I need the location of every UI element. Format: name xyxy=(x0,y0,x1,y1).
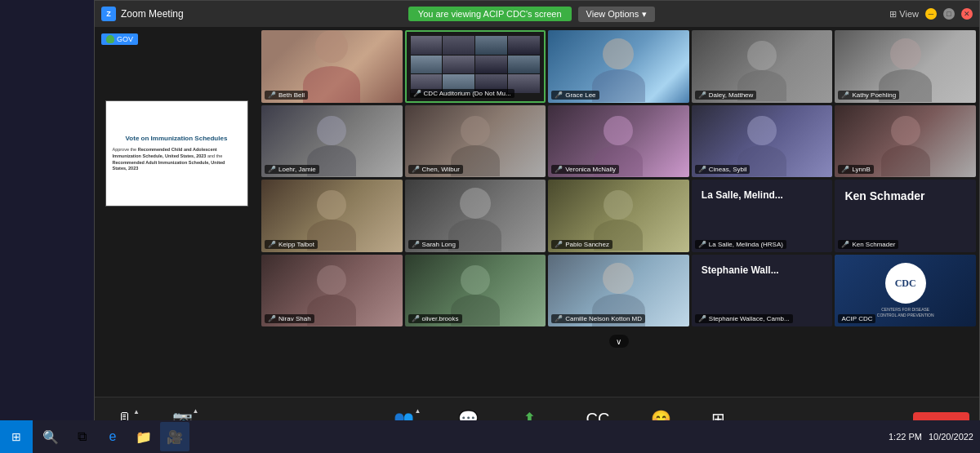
participant-cell-lynnb: 🎤 LynnB xyxy=(835,105,976,178)
name-display-kenschmader: Ken Schmader xyxy=(841,186,928,206)
name-tag-lynnb: 🎤 LynnB xyxy=(838,165,873,174)
participant-cell-beth-bell: 🎤 Beth Bell xyxy=(261,30,403,103)
slide-preview: Vote on Immunization Schedules Approve t… xyxy=(105,100,248,207)
mic-icon: 🎤 xyxy=(698,241,706,248)
taskbar-taskview-icon[interactable]: ⧉ xyxy=(67,422,96,451)
participant-cell-stephanie: Stephanie Wall... 🎤 Stephanie Wallace, C… xyxy=(692,255,833,327)
left-panel: GOV Vote on Immunization Schedules Appro… xyxy=(95,27,258,397)
taskbar-zoom-icon[interactable]: 🎥 xyxy=(160,422,189,451)
mic-icon: 🎤 xyxy=(841,166,849,173)
name-display-lasalle: La Salle, Melind... xyxy=(698,186,786,204)
screen-share-banner: You are viewing ACIP CDC's screen xyxy=(408,7,572,21)
name-tag-daley: 🎤 Daley, Matthew xyxy=(695,91,757,100)
participant-cell-grace-lee: 🎤 Grace Lee xyxy=(548,30,689,103)
name-tag-keipp: 🎤 Keipp Talbot xyxy=(265,240,318,249)
taskbar-right: 1:22 PM 10/20/2022 xyxy=(882,432,980,442)
window-controls: ⊞ View ─ □ ✕ xyxy=(880,8,973,20)
mic-icon: 🎤 xyxy=(841,91,849,99)
mic-icon: 🎤 xyxy=(555,315,563,322)
windows-taskbar: ⊞ 🔍 ⧉ e 📁 🎥 1:22 PM 10/20/2022 xyxy=(0,420,980,453)
start-button[interactable]: ⊞ xyxy=(0,420,33,453)
mic-icon: 🎤 xyxy=(698,91,706,99)
participant-cell-kenschmader: Ken Schmader 🎤 Ken Schmader xyxy=(835,180,976,252)
name-tag-cineas: 🎤 Cineas, Sybil xyxy=(695,165,751,174)
system-time: 1:22 PM xyxy=(889,432,922,442)
close-button[interactable]: ✕ xyxy=(961,8,973,20)
video-container: 🎤 Beth Bell xyxy=(258,27,979,397)
name-tag-kathy: 🎤 Kathy Poehling xyxy=(838,91,899,100)
taskbar-edge-icon[interactable]: e xyxy=(98,422,127,451)
name-tag-veronica: 🎤 Veronica McNally xyxy=(551,165,619,174)
taskbar-search-icon[interactable]: 🔍 xyxy=(36,422,65,451)
gov-badge: GOV xyxy=(101,33,138,45)
name-tag-oliver: 🎤 oliver.brooks xyxy=(408,314,462,323)
participant-cell-acip-cdc: CDC CENTERS FOR DISEASECONTROL AND PREVE… xyxy=(835,255,976,327)
taskbar-items: 🔍 ⧉ e 📁 🎥 xyxy=(33,422,882,451)
mic-icon: 🎤 xyxy=(555,166,563,173)
name-tag-auditorium: 🎤 CDC Auditorium (Do Not Mu... xyxy=(410,89,514,98)
name-tag-kenschmader: 🎤 Ken Schmader xyxy=(838,240,898,249)
minimize-button[interactable]: ─ xyxy=(925,8,937,20)
name-tag-camille: 🎤 Camille Nelson Kotton MD xyxy=(551,314,645,323)
mic-icon: 🎤 xyxy=(268,241,276,248)
slide-title: Vote on Immunization Schedules xyxy=(126,135,228,142)
name-tag-loehr: 🎤 Loehr, Jamie xyxy=(265,165,319,174)
mic-icon: 🎤 xyxy=(412,241,420,248)
name-tag-pablo: 🎤 Pablo Sanchez xyxy=(551,240,612,249)
zoom-logo: Z Zoom Meeting xyxy=(101,7,184,21)
title-bar-center: You are viewing ACIP CDC's screen View O… xyxy=(184,7,880,22)
maximize-button[interactable]: □ xyxy=(943,8,955,20)
participant-cell-auditorium: 🎤 CDC Auditorium (Do Not Mu... xyxy=(405,30,546,103)
participant-cell-loehr: 🎤 Loehr, Jamie xyxy=(261,105,403,178)
mic-icon: 🎤 xyxy=(268,166,276,173)
zoom-icon: Z xyxy=(101,7,116,21)
zoom-window: Z Zoom Meeting You are viewing ACIP CDC'… xyxy=(94,0,980,453)
taskbar-folder-icon[interactable]: 📁 xyxy=(129,422,158,451)
participant-cell-keipp: 🎤 Keipp Talbot xyxy=(261,180,403,252)
participant-cell-kathy: 🎤 Kathy Poehling xyxy=(835,30,976,103)
slide-text: Approve the Recommended Child and Adoles… xyxy=(113,147,241,172)
name-tag-lasalle: 🎤 La Salle, Melinda (HRSA) xyxy=(695,240,786,249)
name-tag-beth-bell: 🎤 Beth Bell xyxy=(265,91,308,100)
name-tag-chen: 🎤 Chen, Wilbur xyxy=(408,165,463,174)
mic-icon: 🎤 xyxy=(413,90,421,97)
view-button[interactable]: ⊞ View xyxy=(889,9,919,20)
window-title: Zoom Meeting xyxy=(121,8,184,20)
name-tag-nirav: 🎤 Nirav Shah xyxy=(265,314,314,323)
name-tag-sarah: 🎤 Sarah Long xyxy=(408,240,459,249)
participant-cell-lasalle: La Salle, Melind... 🎤 La Salle, Melinda … xyxy=(692,180,833,252)
mic-icon: 🎤 xyxy=(841,241,849,248)
participant-cell-sarah: 🎤 Sarah Long xyxy=(405,180,546,252)
scroll-down-indicator[interactable]: ∨ xyxy=(609,335,629,348)
participant-cell-daley: 🎤 Daley, Matthew xyxy=(692,30,833,103)
system-date: 10/20/2022 xyxy=(929,432,973,442)
mic-icon: 🎤 xyxy=(698,315,706,322)
mic-icon: 🎤 xyxy=(412,166,420,173)
participant-cell-camille: 🎤 Camille Nelson Kotton MD xyxy=(548,255,689,327)
name-display-stephanie: Stephanie Wall... xyxy=(698,261,782,279)
participant-cell-veronica: 🎤 Veronica McNally xyxy=(548,105,689,178)
name-tag-grace-lee: 🎤 Grace Lee xyxy=(551,91,599,100)
video-grid: 🎤 Beth Bell xyxy=(258,27,979,330)
caret-icon: ▲ xyxy=(415,407,421,415)
caret-icon: ▲ xyxy=(133,408,140,415)
participant-cell-nirav: 🎤 Nirav Shah xyxy=(261,255,403,327)
mic-icon: 🎤 xyxy=(555,241,563,248)
shield-icon xyxy=(106,35,114,43)
mic-icon: 🎤 xyxy=(268,91,276,99)
mic-icon: 🎤 xyxy=(555,91,563,99)
participant-cell-cineas: 🎤 Cineas, Sybil xyxy=(692,105,833,178)
title-bar: Z Zoom Meeting You are viewing ACIP CDC'… xyxy=(95,1,979,27)
mic-icon: 🎤 xyxy=(412,315,420,322)
view-options-button[interactable]: View Options ▾ xyxy=(578,7,656,22)
participant-cell-oliver: 🎤 oliver.brooks xyxy=(405,255,546,327)
mic-icon: 🎤 xyxy=(698,166,706,173)
main-area: GOV Vote on Immunization Schedules Appro… xyxy=(95,27,979,397)
participant-cell-chen: 🎤 Chen, Wilbur xyxy=(405,105,546,178)
participant-cell-pablo: 🎤 Pablo Sanchez xyxy=(548,180,689,252)
chevron-down-icon: ▾ xyxy=(642,9,647,20)
name-tag-stephanie: 🎤 Stephanie Wallace, Camb... xyxy=(695,314,793,323)
caret-icon: ▲ xyxy=(193,407,199,415)
name-tag-acip-cdc: ACIP CDC xyxy=(838,314,875,323)
mic-icon: 🎤 xyxy=(268,315,276,322)
